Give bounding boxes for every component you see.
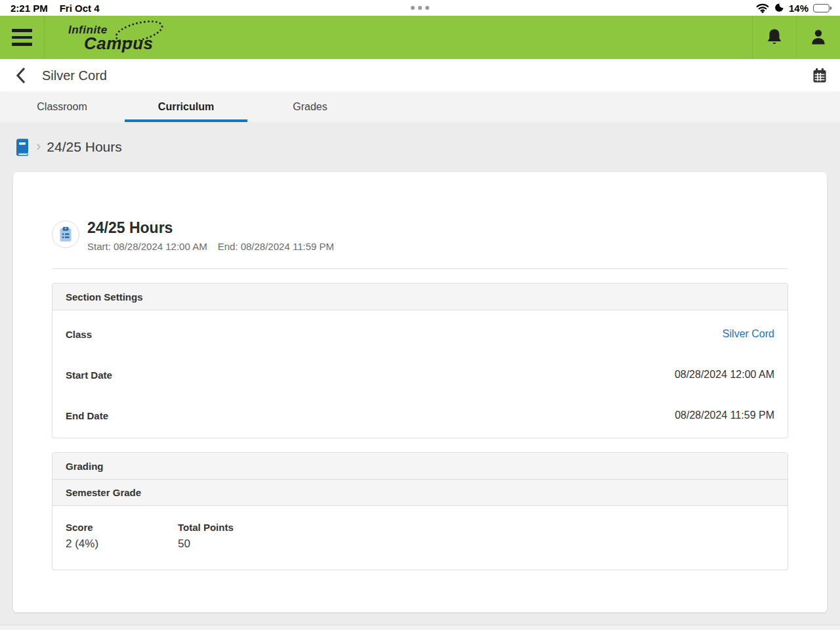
total-points-label: Total Points <box>178 522 234 533</box>
back-icon <box>16 67 26 84</box>
score-value: 2 (4%) <box>66 537 178 551</box>
tab-bar: Classroom Curriculum Grades <box>0 92 840 122</box>
content-area: › 24/25 Hours 24/25 Hours Start: 08/28/2 <box>0 122 840 625</box>
grading-panel: Grading Semester Grade Score 2 (4%) Tota… <box>52 452 788 570</box>
score-label: Score <box>66 522 178 533</box>
total-points-value: 50 <box>178 537 234 551</box>
section-settings-panel: Section Settings Class Silver Cord Start… <box>52 283 788 438</box>
book-icon[interactable] <box>14 138 30 156</box>
app-header: Infinite Campus <box>0 16 840 59</box>
status-bar: 2:21 PM Fri Oct 4 14% <box>0 0 840 16</box>
title-bar: Silver Cord <box>0 59 840 92</box>
score-column: Score 2 (4%) <box>66 522 178 570</box>
breadcrumb-current: 24/25 Hours <box>47 139 121 155</box>
breadcrumb-separator: › <box>36 138 41 155</box>
settings-row-end-date: End Date 08/28/2024 11:59 PM <box>52 395 788 436</box>
grading-header: Grading <box>52 453 788 480</box>
battery-percent-label: 14% <box>789 3 808 14</box>
bottom-edge <box>0 625 840 630</box>
class-value-link[interactable]: Silver Cord <box>723 328 774 340</box>
settings-row-class: Class Silver Cord <box>52 314 788 354</box>
infinite-campus-logo: Infinite Campus <box>68 22 160 53</box>
tab-grades[interactable]: Grades <box>248 92 372 122</box>
battery-icon <box>813 4 830 12</box>
calendar-icon <box>812 67 828 84</box>
menu-icon <box>12 29 32 46</box>
page-title: Silver Cord <box>42 68 107 83</box>
class-label: Class <box>66 329 92 340</box>
start-date-value: 08/28/2024 12:00 AM <box>675 369 774 381</box>
end-date-label: End Date <box>66 410 108 421</box>
clock-date: Fri Oct 4 <box>60 3 100 14</box>
assignment-end: End: 08/28/2024 11:59 PM <box>218 241 334 252</box>
tab-curriculum[interactable]: Curriculum <box>124 92 248 122</box>
assignment-header: 24/25 Hours Start: 08/28/2024 12:00 AM E… <box>52 220 788 252</box>
person-icon <box>809 28 828 47</box>
wifi-icon <box>756 3 769 13</box>
clipboard-icon <box>52 220 79 248</box>
multitask-dots-icon <box>411 6 429 10</box>
settings-row-start-date: Start Date 08/28/2024 12:00 AM <box>52 354 788 395</box>
assignment-start: Start: 08/28/2024 12:00 AM <box>87 241 207 252</box>
semester-grade-subheader: Semester Grade <box>52 480 788 506</box>
section-settings-header: Section Settings <box>52 284 788 310</box>
calendar-button[interactable] <box>799 59 840 92</box>
end-date-value: 08/28/2024 11:59 PM <box>675 410 774 421</box>
start-date-label: Start Date <box>66 369 112 381</box>
notifications-button[interactable] <box>752 16 796 59</box>
tab-classroom[interactable]: Classroom <box>0 92 124 122</box>
assignment-title: 24/25 Hours <box>87 219 334 237</box>
breadcrumb: › 24/25 Hours <box>0 122 840 172</box>
back-button[interactable] <box>0 59 42 92</box>
user-menu-button[interactable] <box>796 16 840 59</box>
clock-time: 2:21 PM <box>10 3 48 14</box>
assignment-card: 24/25 Hours Start: 08/28/2024 12:00 AM E… <box>13 172 827 612</box>
divider <box>52 268 788 269</box>
brand-line2: Campus <box>84 35 154 52</box>
bell-icon <box>766 28 783 47</box>
menu-button[interactable] <box>0 16 45 59</box>
moon-icon <box>774 3 784 13</box>
total-points-column: Total Points 50 <box>178 522 234 570</box>
